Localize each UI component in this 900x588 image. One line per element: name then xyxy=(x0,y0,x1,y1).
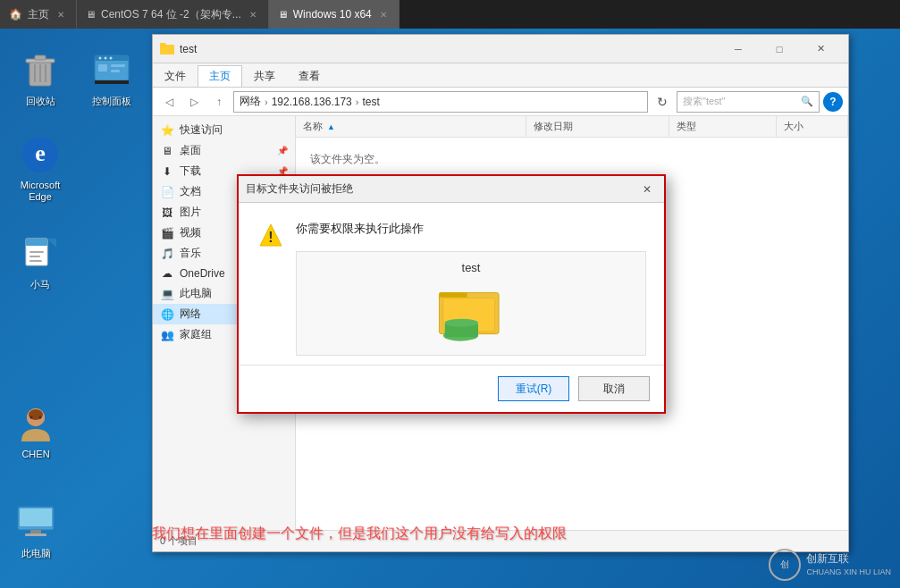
search-icon: 🔍 xyxy=(801,96,813,107)
ribbon-tab-file[interactable]: 文件 xyxy=(153,65,198,87)
sidebar-docs-label: 文档 xyxy=(180,184,201,199)
computer-icon-img xyxy=(14,500,57,543)
watermark-logo: 创 xyxy=(769,549,801,581)
dialog-message-area: 你需要权限来执行此操作 test xyxy=(296,221,646,356)
tab-home-close[interactable]: ✕ xyxy=(55,9,67,21)
search-box[interactable]: 搜索"test" 🔍 xyxy=(677,91,820,113)
window-title: test xyxy=(180,43,718,55)
svg-marker-19 xyxy=(47,239,56,248)
address-path-input[interactable]: 网络 › 192.168.136.173 › test xyxy=(233,91,648,113)
dialog-title: 目标文件夹访问被拒绝 xyxy=(246,181,637,197)
tab-home[interactable]: 🏠 主页 ✕ xyxy=(0,0,77,29)
svg-rect-14 xyxy=(95,80,129,84)
svg-rect-30 xyxy=(30,530,41,533)
minimize-button[interactable]: ─ xyxy=(718,35,759,63)
recycle-bin-icon xyxy=(19,48,62,91)
desktop-icon-xiaoma[interactable]: 小马 xyxy=(9,228,71,294)
dialog-main-text: 你需要权限来执行此操作 xyxy=(296,221,646,237)
ribbon-tab-share[interactable]: 共享 xyxy=(242,65,287,87)
homegroup-nav-icon: 👥 xyxy=(160,328,174,342)
star-icon: ⭐ xyxy=(160,123,174,138)
desktop-icon-control[interactable]: 控制面板 xyxy=(80,45,143,111)
address-bar: ◁ ▷ ↑ 网络 › 192.168.136.173 › test ↻ 搜索"t… xyxy=(153,88,848,116)
sidebar-downloads-label: 下载 xyxy=(180,164,201,179)
svg-rect-20 xyxy=(29,251,44,253)
path-folder: test xyxy=(362,96,379,108)
edge-icon-img: e xyxy=(19,133,62,176)
music-nav-icon: 🎵 xyxy=(160,247,174,261)
tab-centos-close[interactable]: ✕ xyxy=(247,9,259,21)
col-name-header[interactable]: 名称 ▲ xyxy=(296,116,526,137)
help-button[interactable]: ? xyxy=(823,92,843,112)
ribbon: 文件 主页 共享 查看 xyxy=(153,63,848,88)
path-sep-1: › xyxy=(265,97,268,107)
desktop-icon-computer[interactable]: 此电脑 xyxy=(4,497,67,563)
retry-button[interactable]: 重试(R) xyxy=(498,376,569,401)
watermark-line1: 创新互联 xyxy=(806,551,891,567)
sidebar-item-desktop[interactable]: 🖥 桌面 📌 xyxy=(153,140,295,161)
svg-text:e: e xyxy=(35,140,46,166)
svg-text:!: ! xyxy=(268,230,273,245)
svg-rect-18 xyxy=(26,239,47,246)
svg-rect-21 xyxy=(29,256,40,257)
annotation-content: 我们想在里面创建一个文件，但是我们这个用户没有给写入的权限 xyxy=(152,525,567,541)
annotation-text: 我们想在里面创建一个文件，但是我们这个用户没有给写入的权限 xyxy=(152,525,900,543)
desktop-icon-chen[interactable]: CHEN xyxy=(4,398,67,464)
dialog-body: ! 你需要权限来执行此操作 test xyxy=(239,203,664,365)
svg-point-9 xyxy=(105,57,107,60)
ribbon-tab-home[interactable]: 主页 xyxy=(198,65,242,87)
computer-label: 此电脑 xyxy=(21,547,51,559)
col-type-label: 类型 xyxy=(677,120,696,133)
svg-point-10 xyxy=(110,57,113,60)
chen-label: CHEN xyxy=(21,448,49,460)
ribbon-tab-view[interactable]: 查看 xyxy=(287,65,332,87)
sidebar-network-label: 网络 xyxy=(180,307,201,322)
forward-button[interactable]: ▷ xyxy=(183,91,205,113)
dialog-folder-name: test xyxy=(462,261,481,274)
path-sep-2: › xyxy=(356,97,359,107)
col-type-header[interactable]: 类型 xyxy=(669,116,777,137)
svg-rect-12 xyxy=(111,64,125,67)
svg-rect-35 xyxy=(439,292,467,297)
sidebar-homegroup-label: 家庭组 xyxy=(180,327,212,342)
col-size-header[interactable]: 大小 xyxy=(777,116,848,137)
tab-win10-close[interactable]: ✕ xyxy=(377,9,390,21)
vm-icon-1: 🖥 xyxy=(86,9,96,20)
desktop-icon-edge[interactable]: e Microsoft Edge xyxy=(9,130,71,206)
sidebar-music-label: 音乐 xyxy=(180,246,201,261)
watermark-line2: CHUANG XIN HU LIAN xyxy=(806,567,891,578)
up-button[interactable]: ↑ xyxy=(208,91,230,113)
cancel-button[interactable]: 取消 xyxy=(578,376,650,401)
folder-icon-large xyxy=(435,283,507,346)
sidebar-videos-label: 视频 xyxy=(180,225,201,240)
sort-arrow: ▲ xyxy=(327,122,335,131)
watermark-text-area: 创新互联 CHUANG XIN HU LIAN xyxy=(806,551,891,577)
pc-nav-icon: 💻 xyxy=(160,287,174,301)
recycle-bin-label: 回收站 xyxy=(26,95,55,107)
svg-rect-11 xyxy=(98,64,107,71)
window-folder-icon xyxy=(160,42,174,56)
search-placeholder: 搜索"test" xyxy=(683,95,726,108)
svg-rect-22 xyxy=(29,260,42,262)
col-date-header[interactable]: 修改日期 xyxy=(526,116,669,137)
sidebar-quickaccess-label: 快速访问 xyxy=(180,122,223,138)
access-denied-dialog: 目标文件夹访问被拒绝 ✕ ! 你需要权限来执行此操作 test xyxy=(237,174,666,414)
tab-win10[interactable]: 🖥 Windows 10 x64 ✕ xyxy=(269,0,400,29)
back-button[interactable]: ◁ xyxy=(158,91,180,113)
dialog-titlebar: 目标文件夹访问被拒绝 ✕ xyxy=(239,176,664,203)
pics-nav-icon: 🖼 xyxy=(160,206,174,220)
maximize-button[interactable]: □ xyxy=(759,35,800,63)
sidebar-item-quickaccess[interactable]: ⭐ 快速访问 xyxy=(153,120,295,140)
close-button[interactable]: ✕ xyxy=(800,35,841,63)
refresh-button[interactable]: ↻ xyxy=(652,91,673,113)
dialog-close-button[interactable]: ✕ xyxy=(637,180,657,199)
desktop-icon-recycle[interactable]: 回收站 xyxy=(9,45,71,111)
video-nav-icon: 🎬 xyxy=(160,226,174,240)
vm-icon-2: 🖥 xyxy=(278,9,288,20)
col-date-label: 修改日期 xyxy=(534,120,573,133)
sidebar-desktop-label: 桌面 xyxy=(180,143,201,158)
svg-rect-29 xyxy=(20,508,52,526)
tab-centos[interactable]: 🖥 CentOS 7 64 位 -2（架构专... ✕ xyxy=(77,0,269,29)
col-name-label: 名称 xyxy=(303,120,323,133)
svg-point-26 xyxy=(30,416,33,419)
